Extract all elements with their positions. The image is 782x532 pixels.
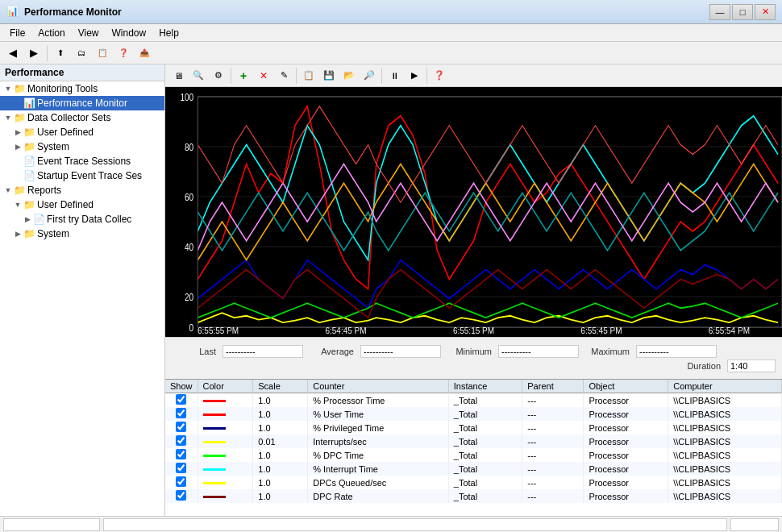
row-counter: % User Time (308, 407, 449, 421)
row-computer: \\CLIPBASICS (668, 476, 782, 489)
export-button[interactable]: 📤 (135, 44, 154, 62)
table-row[interactable]: 0.01 Interrupts/sec _Total --- Processor… (165, 434, 782, 448)
show-checkbox[interactable] (176, 435, 186, 446)
toggle-system[interactable]: ▶ (13, 143, 23, 151)
toggle-monitoring-tools[interactable]: ▼ (3, 85, 13, 93)
row-show[interactable] (165, 393, 198, 408)
chart-sep-1 (231, 68, 231, 84)
show-hide-button[interactable]: 🗂 (72, 44, 91, 62)
monitor-button[interactable]: 🖥 (168, 67, 188, 85)
show-checkbox[interactable] (176, 408, 186, 418)
sidebar-item-event-trace-sessions[interactable]: 📄 Event Trace Sessions (0, 154, 164, 168)
properties-button[interactable]: 📋 (93, 44, 112, 62)
row-show[interactable] (165, 434, 198, 448)
table-row[interactable]: 1.0 % User Time _Total --- Processor \\C… (165, 407, 782, 421)
col-color[interactable]: Color (198, 380, 253, 393)
show-checkbox[interactable] (176, 422, 186, 432)
sidebar-item-user-defined[interactable]: ▶ 📁 User Defined (0, 125, 164, 139)
toggle-data-collector-sets[interactable]: ▼ (3, 114, 13, 122)
save-chart-button[interactable]: 💾 (319, 67, 339, 85)
show-checkbox[interactable] (176, 394, 186, 405)
show-checkbox[interactable] (176, 490, 186, 501)
table-row[interactable]: 1.0 % Privileged Time _Total --- Process… (165, 421, 782, 434)
row-show[interactable] (165, 421, 198, 434)
show-checkbox[interactable] (176, 463, 186, 473)
row-computer: \\CLIPBASICS (668, 448, 782, 462)
col-instance[interactable]: Instance (448, 380, 522, 393)
sidebar-item-startup-event-trace[interactable]: 📄 Startup Event Trace Ses (0, 168, 164, 183)
status-bar (0, 516, 782, 532)
chart-sep-3 (381, 68, 382, 84)
maximize-button[interactable]: □ (732, 4, 753, 20)
edit-counter-button[interactable]: ✎ (274, 67, 293, 85)
row-color (198, 448, 253, 462)
toggle-reports-user-defined[interactable]: ▼ (13, 201, 23, 209)
col-show[interactable]: Show (165, 380, 198, 393)
help-button[interactable]: ❓ (114, 44, 133, 62)
back-button[interactable]: ◀ (3, 44, 23, 62)
doc-icon-2: 📄 (23, 169, 35, 182)
open-chart-button[interactable]: 📂 (339, 67, 359, 85)
remove-counter-button[interactable]: ✕ (254, 67, 273, 85)
row-show[interactable] (165, 407, 198, 421)
close-button[interactable]: ✕ (755, 4, 776, 20)
show-checkbox[interactable] (176, 476, 186, 487)
main-toolbar: ◀ ▶ ⬆ 🗂 📋 ❓ 📤 (0, 42, 782, 64)
row-show[interactable] (165, 462, 198, 476)
col-counter[interactable]: Counter (308, 380, 449, 393)
col-computer[interactable]: Computer (668, 380, 782, 393)
play-button[interactable]: ▶ (405, 67, 424, 85)
sidebar-item-reports[interactable]: ▼ 📁 Reports (0, 183, 164, 197)
add-counter-button[interactable]: + (234, 67, 253, 85)
table-row[interactable]: 1.0 DPC Rate _Total --- Processor \\CLIP… (165, 489, 782, 503)
sidebar-item-monitoring-tools[interactable]: ▼ 📁 Monitoring Tools (0, 81, 164, 96)
toggle-first-try[interactable]: ▶ (23, 215, 32, 223)
menu-file[interactable]: File (3, 26, 31, 40)
doc-icon: 📄 (23, 155, 35, 168)
sidebar-item-first-try[interactable]: ▶ 📄 First try Data Collec (0, 212, 164, 227)
up-button[interactable]: ⬆ (51, 44, 70, 62)
row-show[interactable] (165, 489, 198, 503)
row-counter: % Privileged Time (308, 421, 449, 434)
sidebar-item-performance-monitor[interactable]: 📊 Performance Monitor (0, 96, 164, 110)
data-table-container[interactable]: Show Color Scale Counter Instance Parent… (165, 379, 782, 516)
sidebar-item-reports-system[interactable]: ▶ 📁 System (0, 227, 164, 241)
toggle-reports[interactable]: ▼ (3, 186, 13, 194)
sidebar-item-data-collector-sets[interactable]: ▼ 📁 Data Collector Sets (0, 110, 164, 125)
show-checkbox[interactable] (176, 449, 186, 459)
status-left (3, 518, 100, 531)
help-chart-button[interactable]: ❓ (430, 67, 449, 85)
table-row[interactable]: 1.0 % Interrupt Time _Total --- Processo… (165, 462, 782, 476)
row-object: Processor (584, 462, 668, 476)
tree-area: ▼ 📁 Monitoring Tools 📊 Performance Monit… (0, 81, 164, 513)
maximum-label: Maximum (585, 347, 630, 356)
row-parent: --- (522, 393, 584, 408)
toggle-reports-system[interactable]: ▶ (13, 230, 23, 238)
row-show[interactable] (165, 476, 198, 489)
minimize-button[interactable]: — (709, 4, 730, 20)
copy-chart-button[interactable]: 📋 (299, 67, 318, 85)
col-parent[interactable]: Parent (522, 380, 584, 393)
row-parent: --- (522, 462, 584, 476)
menu-help[interactable]: Help (152, 26, 185, 40)
table-row[interactable]: 1.0 DPCs Queued/sec _Total --- Processor… (165, 476, 782, 489)
table-row[interactable]: 1.0 % DPC Time _Total --- Processor \\CL… (165, 448, 782, 462)
row-counter: % Processor Time (308, 393, 449, 408)
sidebar-item-reports-user-defined[interactable]: ▼ 📁 User Defined (0, 197, 164, 212)
type-button[interactable]: ⚙ (209, 67, 228, 85)
sidebar-item-system[interactable]: ▶ 📁 System (0, 139, 164, 154)
row-show[interactable] (165, 448, 198, 462)
menu-action[interactable]: Action (31, 26, 71, 40)
zoom-chart-button[interactable]: 🔎 (360, 67, 379, 85)
col-scale[interactable]: Scale (253, 380, 308, 393)
menu-window[interactable]: Window (106, 26, 153, 40)
highlight-button[interactable]: 🔍 (189, 67, 208, 85)
col-object[interactable]: Object (584, 380, 668, 393)
folder-icon-4: 📁 (23, 140, 35, 153)
sidebar-label-event-trace: Event Trace Sessions (37, 156, 131, 167)
table-row[interactable]: 1.0 % Processor Time _Total --- Processo… (165, 393, 782, 408)
toggle-user-defined[interactable]: ▶ (13, 128, 23, 136)
forward-button[interactable]: ▶ (24, 44, 44, 62)
menu-view[interactable]: View (72, 26, 106, 40)
pause-button[interactable]: ⏸ (385, 67, 404, 85)
